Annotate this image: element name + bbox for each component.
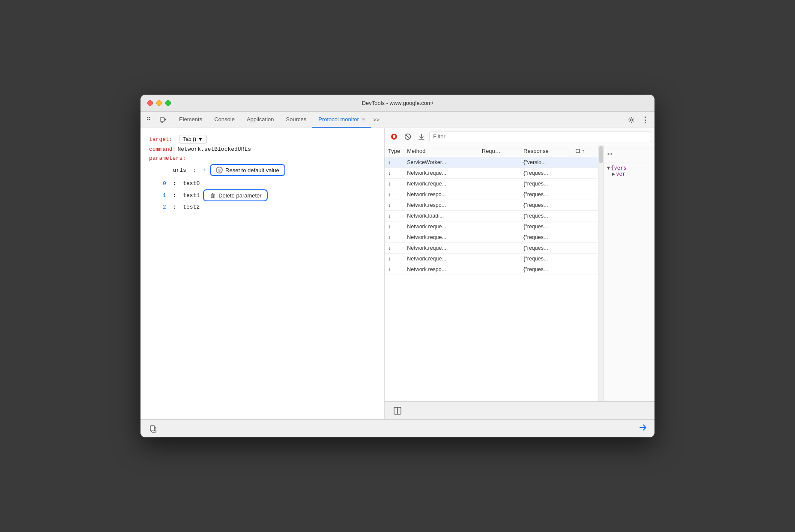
- bottom-left: [147, 423, 159, 435]
- cell-request: [478, 157, 520, 168]
- json-tree-row-1[interactable]: ▼ {vers: [607, 165, 651, 171]
- left-panel: target: Tab () ▼ command: Network.setBlo…: [140, 128, 385, 419]
- urls-colon: :: [190, 167, 200, 173]
- item-colon-1: :: [170, 192, 179, 199]
- col-method: Method: [403, 145, 478, 157]
- scrollbar-thumb[interactable]: [599, 146, 603, 163]
- table-row[interactable]: ↓ Network.respo... {"reques...: [385, 264, 598, 275]
- table-row[interactable]: ↓ ServiceWorker... {"versio...: [385, 157, 598, 168]
- col-response: Response: [520, 145, 572, 157]
- tab-protocol-monitor[interactable]: Protocol monitor ✕: [312, 112, 371, 128]
- cell-method: Network.loadi...: [403, 211, 478, 221]
- cell-response: {"reques...: [520, 264, 572, 275]
- cell-method: Network.respo...: [403, 189, 478, 200]
- scrollbar[interactable]: [598, 145, 603, 401]
- more-options-icon[interactable]: ⋮: [639, 114, 651, 126]
- table-row[interactable]: ↓ Network.loadi... {"reques...: [385, 211, 598, 221]
- cell-method: Network.reque...: [403, 243, 478, 254]
- cell-request: [478, 254, 520, 264]
- svg-rect-3: [149, 119, 150, 120]
- svg-rect-16: [150, 426, 155, 431]
- toolbar-right: ⋮: [625, 114, 651, 126]
- tab-application[interactable]: Application: [241, 112, 280, 128]
- cell-method: Network.respo...: [403, 200, 478, 211]
- item-value-1: test1: [183, 192, 200, 199]
- device-toggle-icon[interactable]: [157, 114, 169, 126]
- send-icon[interactable]: [638, 423, 648, 434]
- urls-plus[interactable]: +: [203, 167, 206, 173]
- cell-el: [572, 221, 598, 232]
- cell-request: [478, 211, 520, 221]
- item-colon-2: :: [170, 204, 179, 210]
- cell-type: ↓: [385, 254, 403, 264]
- cell-type: ↓: [385, 221, 403, 232]
- tab-console[interactable]: Console: [208, 112, 241, 128]
- cell-method: Network.reque...: [403, 221, 478, 232]
- cell-response: {"versio...: [520, 157, 572, 168]
- cell-response: {"reques...: [520, 211, 572, 221]
- cell-el: [572, 254, 598, 264]
- download-icon[interactable]: [415, 131, 427, 143]
- col-el: El.↑: [572, 145, 598, 157]
- bottom-bar: [140, 419, 655, 437]
- target-dropdown[interactable]: Tab () ▼: [179, 135, 207, 143]
- cell-request: [478, 179, 520, 189]
- settings-icon[interactable]: [625, 114, 637, 126]
- toolbar-left: [144, 114, 169, 126]
- maximize-button[interactable]: [165, 100, 171, 106]
- table-row[interactable]: ↓ Network.respo... {"reques...: [385, 189, 598, 200]
- traffic-lights: [147, 100, 171, 106]
- copy-icon[interactable]: [147, 423, 159, 435]
- svg-rect-4: [160, 118, 164, 121]
- main-content: target: Tab () ▼ command: Network.setBlo…: [140, 128, 655, 419]
- cell-response: {"reques...: [520, 200, 572, 211]
- cell-el: [572, 157, 598, 168]
- trash-icon: 🗑: [209, 192, 216, 199]
- data-table: Type Method Requ… Response El.↑ ↓ Servic…: [385, 145, 598, 401]
- protocol-table: Type Method Requ… Response El.↑ ↓ Servic…: [385, 145, 598, 275]
- tab-bar: Elements Console Application Sources Pro…: [140, 112, 655, 128]
- more-tabs-button[interactable]: >>: [371, 115, 381, 125]
- cell-response: {"reques...: [520, 168, 572, 179]
- col-request: Requ…: [478, 145, 520, 157]
- cell-response: {"reques...: [520, 254, 572, 264]
- reset-to-default-button[interactable]: ⊘ Reset to default value: [210, 164, 285, 176]
- dock-icon[interactable]: [392, 405, 403, 417]
- target-value-space: [174, 136, 178, 143]
- tab-sources[interactable]: Sources: [280, 112, 313, 128]
- tab-elements[interactable]: Elements: [173, 112, 208, 128]
- svg-rect-2: [147, 119, 148, 120]
- expand-icon: ▼: [607, 165, 610, 171]
- table-row[interactable]: ↓ Network.reque... {"reques...: [385, 179, 598, 189]
- minimize-button[interactable]: [156, 100, 162, 106]
- cursor-icon[interactable]: [144, 114, 156, 126]
- filter-input[interactable]: [429, 131, 651, 142]
- cell-el: [572, 168, 598, 179]
- item-value-0: test0: [183, 180, 200, 187]
- table-row[interactable]: ↓ Network.respo... {"reques...: [385, 200, 598, 211]
- json-key-1: {vers: [611, 165, 626, 171]
- tab-close-icon[interactable]: ✕: [362, 117, 365, 122]
- cell-request: [478, 168, 520, 179]
- svg-rect-5: [165, 119, 166, 120]
- param-item-1: 1 : test1 🗑 Delete parameter: [163, 189, 376, 201]
- close-button[interactable]: [147, 100, 153, 106]
- table-row[interactable]: ↓ Network.reque... {"reques...: [385, 254, 598, 264]
- item-index-2: 2: [163, 204, 166, 210]
- cell-request: [478, 243, 520, 254]
- table-row[interactable]: ↓ Network.reque... {"reques...: [385, 168, 598, 179]
- cell-response: {"reques...: [520, 243, 572, 254]
- stop-recording-icon[interactable]: [388, 131, 400, 143]
- target-label: target:: [149, 136, 173, 143]
- json-tree-row-2[interactable]: ▶ ver: [612, 171, 651, 177]
- clear-icon[interactable]: [402, 131, 414, 143]
- delete-parameter-button[interactable]: 🗑 Delete parameter: [203, 189, 267, 201]
- param-item-2: 2 : test2: [163, 204, 376, 210]
- table-row[interactable]: ↓ Network.reque... {"reques...: [385, 232, 598, 243]
- cell-type: ↓: [385, 200, 403, 211]
- table-row[interactable]: ↓ Network.reque... {"reques...: [385, 243, 598, 254]
- table-row[interactable]: ↓ Network.reque... {"reques...: [385, 221, 598, 232]
- svg-line-11: [406, 134, 410, 139]
- right-sidebar-more-icon[interactable]: >>: [607, 151, 613, 156]
- cell-el: [572, 243, 598, 254]
